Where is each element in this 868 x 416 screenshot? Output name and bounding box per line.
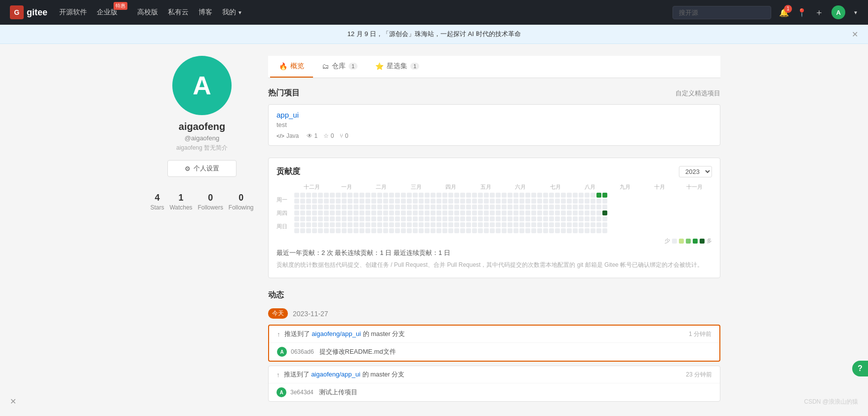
search-input[interactable] [672,6,771,19]
contrib-cell [342,210,347,215]
contrib-cell [324,222,329,227]
contrib-cell [454,216,459,221]
notification-icon[interactable]: 🔔 1 [779,8,789,17]
contrib-cell [448,205,453,209]
legend-cell-4 [700,239,705,244]
settings-button[interactable]: ⚙ 个人设置 [167,160,237,177]
contrib-cell [454,228,459,233]
contrib-cell [330,193,335,198]
contrib-cell [383,228,388,233]
contrib-cell [359,205,364,209]
contrib-cell [348,199,353,204]
stat-following[interactable]: 0 Following [229,193,254,211]
contrib-cell [555,210,560,215]
month-9: 九月 [608,183,643,191]
contrib-cell [508,205,513,209]
contrib-cell [442,205,447,209]
push-icon-2: ↑ [276,371,280,378]
contrib-cell [537,228,542,233]
stat-watches[interactable]: 1 Watches [169,193,192,211]
nav-opensource[interactable]: 开源软件 [59,8,87,17]
contrib-cell [508,228,513,233]
contrib-cell [401,228,406,233]
contrib-cell [407,205,412,209]
contrib-cell [383,205,388,209]
contrib-cell [549,222,554,227]
contrib-cell [330,228,335,233]
contrib-cell [543,228,548,233]
legend-more-label: 多 [707,237,712,245]
user-avatar-nav[interactable]: A [831,5,845,19]
help-button[interactable]: ? [852,361,868,376]
add-icon[interactable]: ＋ [815,6,824,18]
year-select[interactable]: 2023 [679,166,712,177]
contrib-cell [508,210,513,215]
contrib-cell [513,193,518,198]
contrib-cell [573,216,578,221]
contrib-cell [431,210,435,215]
contrib-cell [306,228,311,233]
contrib-week [442,193,447,233]
banner-close-button[interactable]: ✕ [852,30,858,39]
nav-private[interactable]: 私有云 [168,8,189,17]
contrib-cell [555,222,560,227]
contrib-cell [496,193,501,198]
contrib-cell [371,205,376,209]
contrib-cell [466,210,471,215]
activity-date: 2023-11-27 [293,310,328,318]
contrib-cell [354,193,358,198]
nav-school[interactable]: 高校版 [137,8,158,17]
contrib-cell [365,205,370,209]
activity-push-text: 推送到了 aigaofeng/app_ui 的 master 分支 [284,330,405,338]
customize-action[interactable]: 自定义精选项目 [675,89,720,98]
contrib-cell [371,199,376,204]
contrib-cell [579,216,584,221]
contribution-note: 贡献度的统计数据包括代码提交、创建任务 / Pull Request、合并 Pu… [276,260,712,270]
tab-stars[interactable]: ⭐ 星选集 1 [366,56,428,78]
main-container: A aigaofeng @aigaofeng aigaofeng 暂无简介 ⚙ … [138,44,730,416]
contrib-week [431,193,435,233]
day-sunday: 周日 [276,223,292,229]
contrib-cell [318,210,323,215]
commit-text-2: 3e643d4 测试上传项目 [290,388,357,397]
contrib-cell [519,216,524,221]
contrib-cell [591,228,595,233]
contrib-cell [502,210,507,215]
contrib-cell [413,228,418,233]
contrib-cell [389,210,394,215]
project-name-link[interactable]: app_ui [276,111,712,119]
legend-cell-3 [693,239,698,244]
nav-mine[interactable]: 我的 [222,8,236,17]
repo-link-1[interactable]: aigaofeng/app_ui [312,330,361,337]
brand-logo[interactable]: G gitee [10,5,47,19]
stat-stars[interactable]: 4 Stars [150,193,164,211]
code-icon: </> [276,133,284,139]
months-row: 十二月 一月 二月 三月 四月 五月 六月 七月 八月 九月 十月 十一月 [294,183,712,191]
activity-time-1: 1 分钟前 [689,330,711,338]
contrib-cell [336,199,341,204]
contrib-cell [431,222,435,227]
tab-overview[interactable]: 🔥 概览 [270,56,313,78]
contrib-week [602,193,607,233]
contrib-cell [389,222,394,227]
stat-followers[interactable]: 0 Followers [198,193,223,211]
contrib-cell [549,228,554,233]
contrib-cell [502,222,507,227]
contrib-cell [508,199,513,204]
nav-blog[interactable]: 博客 [198,8,212,17]
contrib-cell [579,222,584,227]
tab-repos[interactable]: 🗂 仓库 1 [313,56,366,78]
sidebar: A aigaofeng @aigaofeng aigaofeng 暂无简介 ⚙ … [148,56,256,414]
contrib-cell [555,216,560,221]
contrib-cell [336,216,341,221]
contrib-cell [294,222,299,227]
contrib-cell [324,199,329,204]
contrib-cell [484,199,489,204]
close-button[interactable]: ✕ [10,397,16,406]
month-12: 十二月 [294,183,329,191]
repo-link-2[interactable]: aigaofeng/app_ui [311,371,360,378]
contrib-cell [585,222,590,227]
contrib-cell [525,193,530,198]
contrib-cell [573,199,578,204]
location-icon[interactable]: 📍 [797,8,807,17]
